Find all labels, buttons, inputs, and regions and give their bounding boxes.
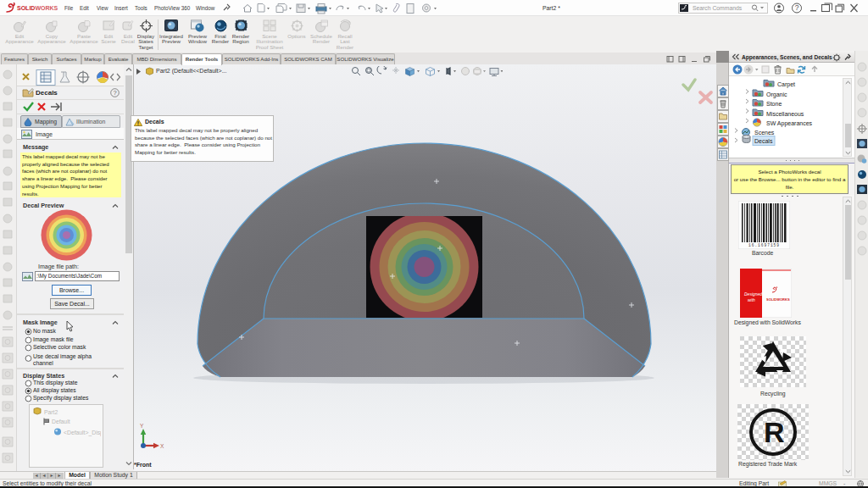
svg-text:Miscellaneous: Miscellaneous [766,111,804,117]
svg-text:Carpet: Carpet [777,81,795,88]
svg-text:SW Appearances: SW Appearances [766,120,813,127]
svg-text:Default: Default [52,419,70,424]
svg-text:?: ? [113,89,116,97]
svg-text:with: with [748,297,755,302]
svg-text:Designed: Designed [744,291,762,297]
svg-text:?: ? [795,3,799,12]
svg-text:X: X [160,443,164,449]
svg-text:R: R [764,416,785,448]
svg-text:SOLIDWORKS: SOLIDWORKS [766,297,790,302]
svg-text:<Default>_Disp: <Default>_Disp [64,430,101,436]
svg-text:16.1697159: 16.1697159 [748,243,780,247]
svg-text:Scenes: Scenes [754,130,775,136]
svg-text:Decals: Decals [754,138,773,144]
svg-text:Y: Y [140,423,144,429]
svg-text:Stone: Stone [766,101,782,107]
svg-text:Part2: Part2 [44,409,58,415]
svg-text:Organic: Organic [766,92,787,98]
